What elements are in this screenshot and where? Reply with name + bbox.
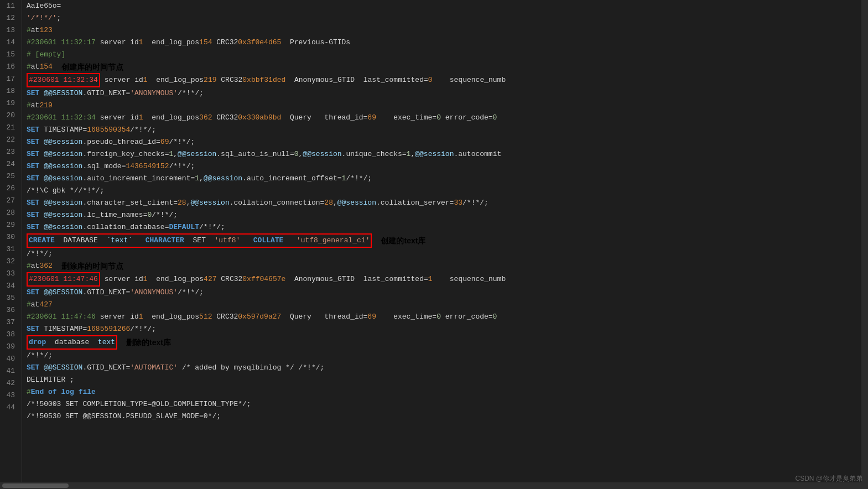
watermark: CSDN @你才是臭弟弟 <box>795 474 862 483</box>
annotation-create-text: 创建的text库 <box>381 235 425 247</box>
code-line-27: SET @@session.character_set_client=28, @… <box>27 197 857 209</box>
code-line-34: SET @@SESSION.GTID_NEXT= 'ANONYMOUS'/*!*… <box>27 287 857 299</box>
code-line-29: SET @@session.collation_database= DEFAUL… <box>27 221 857 233</box>
code-line-31: /*!*/; <box>27 248 857 260</box>
code-line-40: SET @@SESSION.GTID_NEXT= 'AUTOMATIC' /* … <box>27 362 857 374</box>
code-content: AaIe65o= '/*!*/'; # at 123 #230601 11:32… <box>22 0 861 482</box>
code-area: 1112131415 1617181920 2122232425 2627282… <box>0 0 868 482</box>
code-line-25: SET @@session.auto_increment_increment=1… <box>27 173 857 185</box>
code-line-43: /*!50003 SET COMPLETION_TYPE=@OLD_COMPLE… <box>27 398 857 410</box>
side-scrollbar[interactable] <box>861 0 868 482</box>
editor-container: 1112131415 1617181920 2122232425 2627282… <box>0 0 868 489</box>
code-line-23: SET @@session.foreign_key_checks=1, @@se… <box>27 148 857 160</box>
code-line-44: /*!50530 SET @@SESSION.PSEUDO_SLAVE_MODE… <box>27 410 857 423</box>
code-line-20: #230601 11:32:34 server id 1 end_log_pos… <box>27 112 857 124</box>
code-line-13: # at 123 <box>27 24 857 37</box>
horizontal-scrollbar[interactable] <box>0 482 868 489</box>
code-line-18: SET @@SESSION.GTID_NEXT= 'ANONYMOUS'/*!*… <box>27 87 857 100</box>
code-line-26: /*!\C gbk *//*!*/; <box>27 185 857 197</box>
code-line-12: '/*!*/'; <box>27 12 857 24</box>
code-line-16: # at 154 创建库的时间节点 <box>27 61 857 73</box>
code-line-35: # at 427 <box>27 299 857 311</box>
code-line-14: #230601 11:32:17 server id 1 end_log_pos… <box>27 37 857 49</box>
code-line-21: SET TIMESTAMP=1685590354/*!*/; <box>27 124 857 136</box>
code-line-24: SET @@session.sql_mode=1436549152/*!*/; <box>27 160 857 173</box>
code-line-30: CREATE DATABASE `text` CHARACTER SET 'ut… <box>27 233 857 248</box>
code-line-33: #230601 11:47:46 server id 1 end_log_pos… <box>27 272 857 287</box>
code-line-32: # at 362 删除库的时间节点 <box>27 260 857 272</box>
code-line-37: SET TIMESTAMP=1685591266/*!*/; <box>27 323 857 335</box>
annotation-create-time: 创建库的时间节点 <box>61 61 123 73</box>
scrollbar-thumb[interactable] <box>2 483 69 488</box>
code-line-19: # at 219 <box>27 100 857 112</box>
annotation-drop-time: 删除库的时间节点 <box>61 260 123 272</box>
code-line-42: # End of log file <box>27 386 857 398</box>
annotation-drop-text: 删除的text库 <box>126 336 171 348</box>
code-line-11: AaIe65o= <box>27 0 857 12</box>
code-line-38: drop database text 删除的text库 <box>27 335 857 350</box>
code-line-17: #230601 11:32:34 server id 1 end_log_pos… <box>27 73 857 87</box>
code-line-39: /*!*/; <box>27 350 857 362</box>
code-line-41: DELIMITER ; <box>27 374 857 386</box>
code-line-36: #230601 11:47:46 server id 1 end_log_pos… <box>27 311 857 323</box>
code-line-28: SET @@session.lc_time_names=0/*!*/; <box>27 209 857 221</box>
code-line-15: # [empty] <box>27 49 857 61</box>
code-line-22: SET @@session.pseudo_thread_id=69/*!*/; <box>27 136 857 148</box>
line-numbers: 1112131415 1617181920 2122232425 2627282… <box>0 0 22 482</box>
